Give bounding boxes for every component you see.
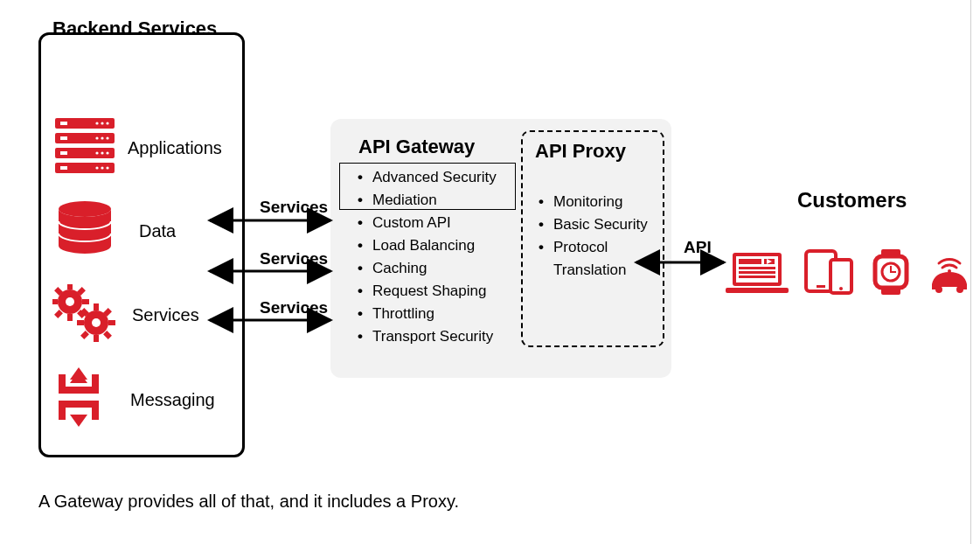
svg-point-68 [935, 286, 942, 293]
list-item: •Request Shaping [348, 280, 497, 303]
svg-rect-54 [739, 271, 775, 274]
list-item: •Load Balancing [348, 234, 497, 257]
proxy-list: •Monitoring •Basic Security •Protocol Tr… [529, 191, 650, 282]
list-item: •Advanced Security [348, 166, 497, 189]
svg-point-18 [101, 166, 103, 169]
svg-point-5 [95, 122, 98, 124]
svg-rect-36 [108, 320, 115, 325]
services-label-2: Services [260, 249, 328, 269]
svg-point-20 [59, 201, 111, 217]
services-label-3: Services [260, 298, 328, 317]
list-item: •Custom API [348, 212, 497, 234]
svg-rect-35 [77, 320, 84, 325]
laptop-icon [726, 251, 789, 298]
svg-point-69 [956, 286, 963, 293]
svg-rect-28 [54, 310, 63, 318]
connected-car-icon [927, 249, 972, 298]
mobile-devices-icon [804, 249, 855, 298]
svg-point-9 [95, 136, 98, 139]
svg-rect-53 [739, 267, 775, 269]
diagram: Backend Services Applications [0, 0, 980, 544]
svg-rect-4 [60, 122, 67, 125]
svg-point-15 [106, 151, 108, 154]
api-label: API [684, 238, 712, 257]
api-proxy-title: API Proxy [535, 140, 626, 163]
svg-rect-25 [52, 299, 58, 304]
caption: A Gateway provides all of that, and it i… [38, 492, 459, 512]
svg-point-11 [106, 136, 108, 139]
svg-rect-39 [103, 331, 112, 339]
customers-title: Customers [797, 188, 907, 213]
list-item: •Monitoring [529, 191, 650, 213]
svg-point-14 [101, 151, 103, 154]
services-label-1: Services [260, 198, 328, 217]
backend-item-messaging: Messaging [55, 367, 215, 432]
svg-rect-8 [60, 136, 67, 140]
svg-rect-23 [67, 284, 73, 289]
svg-rect-12 [60, 151, 67, 155]
svg-rect-43 [92, 374, 99, 388]
svg-rect-33 [94, 303, 99, 310]
gears-icon [52, 284, 119, 345]
api-gateway-title: API Gateway [358, 136, 475, 158]
svg-rect-26 [82, 299, 89, 304]
backend-item-services: Services [52, 284, 199, 345]
svg-point-10 [101, 136, 103, 139]
backend-item-data: Data [55, 200, 176, 262]
backend-item-applications: Applications [55, 118, 222, 178]
list-item: •Caching [348, 257, 497, 280]
svg-point-7 [106, 122, 108, 124]
backend-item-label: Services [132, 305, 199, 325]
smartwatch-icon [871, 249, 911, 298]
svg-rect-52 [739, 259, 761, 264]
svg-point-19 [106, 166, 108, 169]
svg-rect-51 [726, 288, 789, 293]
svg-rect-16 [60, 166, 67, 170]
list-item: •Transport Security [348, 325, 497, 348]
svg-rect-47 [92, 406, 99, 420]
list-item: •Mediation [348, 189, 497, 212]
list-item: •Basic Security [529, 213, 650, 236]
customers-icons [726, 249, 972, 298]
svg-point-17 [95, 166, 98, 169]
svg-rect-67 [890, 271, 896, 273]
backend-item-label: Applications [128, 138, 222, 158]
svg-rect-46 [59, 406, 66, 420]
svg-rect-34 [94, 335, 99, 342]
svg-point-13 [95, 151, 98, 154]
svg-point-70 [948, 269, 951, 273]
svg-rect-55 [739, 275, 775, 278]
svg-point-61 [839, 287, 843, 290]
svg-rect-24 [67, 314, 73, 321]
gateway-list: •Advanced Security •Mediation •Custom AP… [348, 166, 497, 348]
svg-point-32 [92, 318, 101, 327]
svg-rect-38 [80, 331, 89, 339]
svg-point-6 [101, 122, 103, 124]
messaging-arrows-icon [55, 367, 111, 432]
server-stack-icon [55, 118, 115, 178]
svg-marker-44 [70, 367, 87, 380]
list-item: •Throttling [348, 303, 497, 325]
svg-point-22 [66, 297, 74, 306]
backend-item-label: Messaging [130, 390, 215, 410]
database-icon [55, 200, 115, 262]
svg-marker-48 [70, 415, 87, 427]
backend-services-title: Backend Services [52, 17, 217, 40]
backend-item-label: Data [139, 221, 176, 241]
svg-rect-59 [817, 285, 825, 288]
list-item: •Protocol Translation [529, 236, 650, 282]
svg-rect-42 [59, 374, 66, 388]
